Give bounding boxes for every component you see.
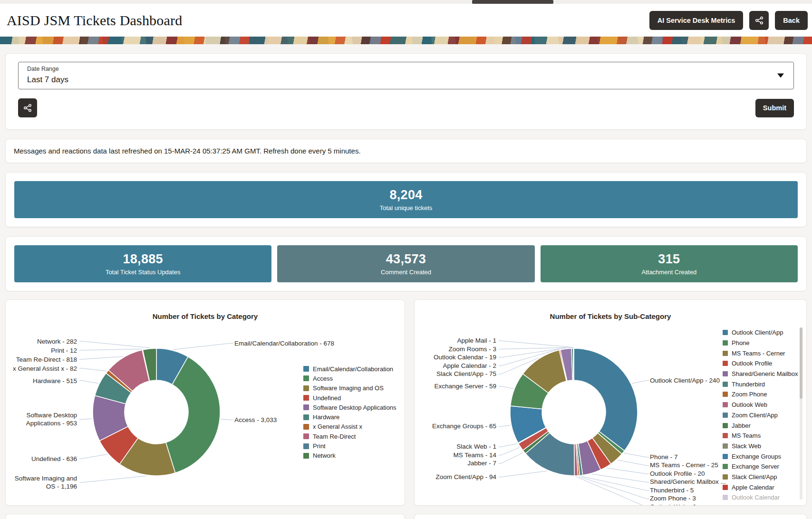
legend-label: Jabber xyxy=(732,422,751,429)
submit-button[interactable]: Submit xyxy=(755,99,794,117)
legend-label: Zoom Phone xyxy=(732,391,767,398)
legend-item[interactable]: Hardware xyxy=(303,412,398,422)
legend-item[interactable]: Shared/Generic Mailbox xyxy=(723,369,800,379)
callout-line xyxy=(79,454,107,459)
legend-item[interactable]: Team Re-Direct xyxy=(303,432,398,441)
legend-label: Phone xyxy=(732,339,750,346)
callout-line xyxy=(499,471,547,477)
back-button[interactable]: Back xyxy=(775,11,808,30)
legend-label: Apple Calendar xyxy=(732,484,774,491)
legend-swatch xyxy=(723,340,728,346)
kpi-value: 18,885 xyxy=(123,252,163,267)
legend-swatch xyxy=(723,330,728,335)
legend-item[interactable]: Thunderbird xyxy=(723,379,800,389)
callout-line xyxy=(79,476,146,482)
legend-item[interactable]: Print xyxy=(303,441,398,451)
legend-label: Team Re-Direct xyxy=(313,433,356,440)
legend-label: Outlook Client/App xyxy=(732,329,783,336)
legend-swatch xyxy=(723,402,728,407)
legend-item[interactable]: Slack Web xyxy=(723,441,800,452)
slice-callout-label: Email/Calendar/Collaboration - 678 xyxy=(234,339,334,347)
kpi-attachment-created[interactable]: 315 Attachment Created xyxy=(541,245,798,282)
donut-slice[interactable] xyxy=(574,348,638,451)
legend-swatch xyxy=(723,423,728,428)
legend-label: Shared/Generic Mailbox xyxy=(732,370,798,377)
kpi-ticket-status-updates[interactable]: 18,885 Total Ticket Status Updates xyxy=(14,245,271,282)
kpi-label: Total Ticket Status Updates xyxy=(106,269,181,276)
callout-line xyxy=(79,381,98,384)
legend-item[interactable]: Undefined xyxy=(303,393,398,403)
slice-callout-label: Network - 282 xyxy=(37,337,77,345)
legend-item[interactable]: Zoom Phone xyxy=(723,389,800,400)
legend-item[interactable]: Jabber xyxy=(723,420,800,431)
header: AISD JSM Tickets Dashboard AI Service De… xyxy=(0,4,812,37)
legend-swatch xyxy=(723,351,728,356)
share-nodes-icon xyxy=(755,16,764,25)
share-nodes-icon xyxy=(23,104,32,112)
kpi-comment-created[interactable]: 43,573 Comment Created xyxy=(277,245,534,282)
callout-line xyxy=(607,468,649,474)
callout-line xyxy=(499,443,517,447)
kpi-value: 315 xyxy=(658,252,680,267)
slice-callout-label: Undefined - 636 xyxy=(31,454,77,462)
slice-callout-label: Outlook Calendar - 19 xyxy=(434,354,496,361)
header-share-button[interactable] xyxy=(749,11,769,30)
tickets-by-sub-category-chart: Number of Tickets by Sub-Category Apple … xyxy=(414,299,807,506)
legend-label: MS Teams xyxy=(732,432,761,439)
callout-line xyxy=(624,453,649,457)
filter-share-button[interactable] xyxy=(18,98,37,117)
legend-swatch xyxy=(303,424,309,430)
slice-callout-label: Team Re-Direct - 818 xyxy=(16,355,77,363)
legend-item[interactable]: Network xyxy=(303,451,398,461)
callout-line xyxy=(592,474,649,482)
legend-swatch xyxy=(723,392,728,397)
legend-item[interactable]: Email/Calendar/Collaboration xyxy=(303,364,398,374)
legend-swatch xyxy=(723,433,728,438)
legend-item[interactable]: x General Assist x xyxy=(303,422,398,432)
legend-swatch xyxy=(303,366,309,372)
legend-item[interactable]: Slack Client/App xyxy=(723,472,800,482)
legend-item[interactable]: Apple Calendar xyxy=(723,482,800,492)
legend-item[interactable]: MS Teams - Cerner xyxy=(723,348,800,358)
legend-item[interactable]: Access xyxy=(303,374,398,383)
legend-item[interactable]: Software Desktop Applications xyxy=(303,403,398,412)
filter-actions: Submit xyxy=(18,98,794,117)
partial-card-left xyxy=(5,514,405,519)
legend-item[interactable]: Outlook Calendar xyxy=(723,492,800,503)
ai-service-desk-metrics-button[interactable]: AI Service Desk Metrics xyxy=(649,11,744,30)
legend-item[interactable]: Phone xyxy=(723,338,800,348)
legend-item[interactable]: Exchange Groups xyxy=(723,451,800,461)
legend-item[interactable]: Outlook Web xyxy=(723,400,800,410)
legend-item[interactable]: Outlook Client/App xyxy=(723,327,800,338)
date-range-label: Date Range xyxy=(27,66,59,72)
top-scrollbar xyxy=(0,0,812,4)
legend-item[interactable]: Zoom Client/App xyxy=(723,410,800,421)
legend-swatch xyxy=(723,371,728,376)
legend-scrollbar[interactable] xyxy=(800,327,802,500)
legend-swatch xyxy=(303,375,309,381)
slice-callout-label: Software Imaging and OS - 1,196 xyxy=(6,474,77,490)
kpi-value: 8,204 xyxy=(389,188,422,202)
callout-line xyxy=(499,452,523,463)
slice-callout-label: Apple Mail - 1 xyxy=(457,337,496,345)
callout-line xyxy=(79,341,149,348)
legend-label: Print xyxy=(313,442,326,450)
chart-legend: Email/Calendar/CollaborationAccessSoftwa… xyxy=(303,364,398,461)
legend-scrollbar-thumb[interactable] xyxy=(800,327,802,399)
legend-swatch xyxy=(723,443,728,449)
date-range-select[interactable]: Date Range Last 7 days xyxy=(18,62,794,89)
callout-line xyxy=(579,477,649,499)
legend-item[interactable]: Outlook Profile xyxy=(723,358,800,369)
slice-callout-label: x General Assist x - 82 xyxy=(13,364,77,372)
donut-slice[interactable] xyxy=(573,348,574,380)
kpi-total-unique-tickets[interactable]: 8,204 Total unique tickets xyxy=(14,181,798,218)
legend-item[interactable]: Exchange Server xyxy=(723,461,800,472)
slice-callout-label: Exchange Server - 59 xyxy=(434,383,496,390)
slice-callout-label: Zoom Phone - 3 xyxy=(650,495,696,503)
legend-item[interactable]: Software Imaging and OS xyxy=(303,384,398,393)
slice-callout-label: Jabber - 7 xyxy=(467,460,496,467)
main-content: Date Range Last 7 days Submit Messages a… xyxy=(0,53,812,519)
legend-item[interactable]: MS Teams xyxy=(723,431,800,441)
next-row-partial xyxy=(5,514,807,519)
top-scrollbar-thumb[interactable] xyxy=(472,0,553,4)
